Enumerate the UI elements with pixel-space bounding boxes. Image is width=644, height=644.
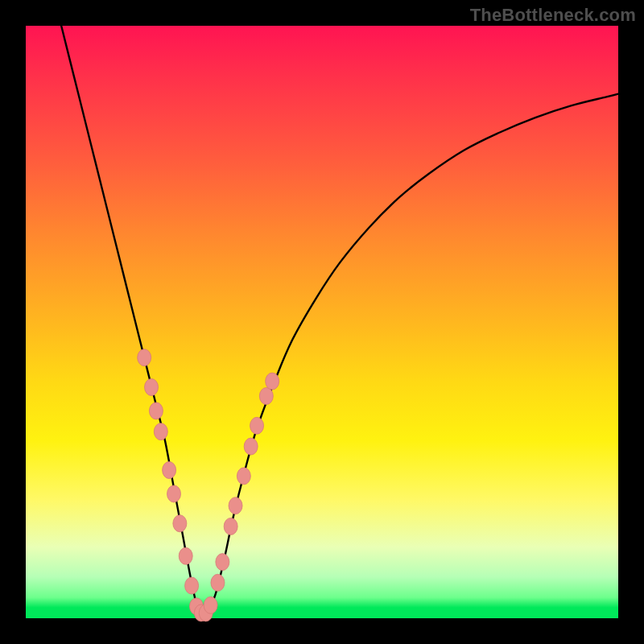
curve-marker (266, 373, 279, 390)
curve-marker (229, 497, 242, 514)
watermark-text: TheBottleneck.com (470, 5, 636, 26)
curve-marker (211, 574, 225, 591)
curve-marker (179, 547, 192, 564)
curve-marker (145, 378, 159, 395)
plot-area (26, 26, 618, 618)
highlighted-points (138, 349, 279, 621)
curve-marker (216, 554, 229, 571)
curve-marker (185, 577, 199, 594)
curve-marker (250, 417, 264, 434)
curve-marker (204, 597, 217, 613)
bottleneck-curve (61, 26, 618, 617)
curve-marker (167, 485, 181, 502)
curve-marker (224, 518, 237, 535)
curve-marker (154, 423, 167, 440)
curve-marker (149, 402, 163, 419)
chart-svg (26, 26, 618, 618)
curve-marker (163, 462, 176, 479)
curve-marker (173, 515, 187, 532)
curve-marker (237, 468, 250, 485)
chart-frame: TheBottleneck.com (0, 0, 644, 644)
curve-marker (138, 349, 151, 366)
curve-marker (244, 438, 258, 455)
curve-marker (259, 388, 273, 405)
